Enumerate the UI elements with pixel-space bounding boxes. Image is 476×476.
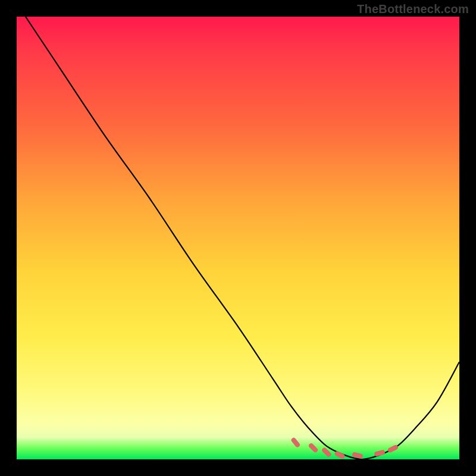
trough-marker — [308, 443, 318, 453]
figure-root: TheBottleneck.com — [0, 0, 476, 476]
trough-marker — [334, 450, 346, 459]
plot-area — [17, 17, 459, 459]
trough-markers — [290, 437, 399, 459]
trough-marker — [290, 437, 300, 448]
bottleneck-curve — [26, 17, 459, 459]
watermark-text: TheBottleneck.com — [357, 2, 469, 16]
trough-marker — [374, 450, 385, 457]
trough-marker — [387, 444, 399, 453]
curve-layer — [17, 17, 459, 459]
